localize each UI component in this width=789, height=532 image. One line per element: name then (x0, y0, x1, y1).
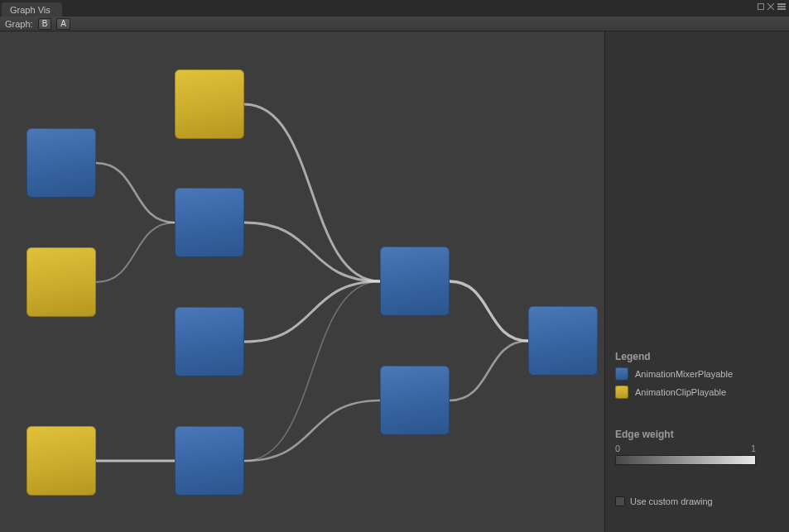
use-custom-drawing-row: Use custom drawing (615, 496, 713, 506)
edge-weight-legend: Edge weight 0 1 (615, 429, 756, 465)
legend-item-clip: AnimationClipPlayable (615, 386, 781, 399)
edge-weight-max: 1 (751, 443, 756, 453)
edge-weight-range: 0 1 (615, 443, 756, 453)
side-panel: Legend AnimationMixerPlayable AnimationC… (604, 31, 789, 532)
edge-weight-gradient (615, 455, 756, 465)
graph-select-a-button[interactable]: A (56, 18, 70, 30)
graph-label: Graph: (5, 19, 33, 29)
graph-node[interactable] (175, 188, 244, 257)
legend-swatch-blue (615, 367, 628, 381)
edge-weight-min: 0 (615, 443, 620, 453)
graph-node[interactable] (26, 128, 96, 198)
legend-label: AnimationClipPlayable (635, 387, 726, 397)
legend-label: AnimationMixerPlayable (635, 369, 733, 379)
tab-bar: Graph Vis (0, 0, 789, 17)
legend: Legend AnimationMixerPlayable AnimationC… (615, 351, 781, 404)
legend-swatch-yellow (615, 386, 628, 399)
graph-select-b-button[interactable]: B (38, 18, 52, 30)
tab-graph-vis[interactable]: Graph Vis (2, 2, 62, 17)
window-menu-icon[interactable] (776, 2, 787, 12)
legend-title: Legend (615, 351, 781, 362)
close-icon[interactable] (766, 2, 776, 12)
edge-weight-title: Edge weight (615, 429, 756, 440)
node-layer (0, 31, 604, 532)
use-custom-drawing-checkbox[interactable] (615, 496, 625, 506)
legend-item-mixer: AnimationMixerPlayable (615, 367, 781, 381)
window-maximize-icon[interactable] (756, 2, 766, 12)
graph-node[interactable] (175, 307, 244, 376)
toolbar: Graph: B A (0, 17, 789, 31)
graph-node[interactable] (175, 69, 244, 139)
graph-node[interactable] (175, 426, 244, 496)
graph-node[interactable] (380, 247, 450, 316)
graph-node[interactable] (26, 426, 96, 496)
use-custom-drawing-label: Use custom drawing (630, 496, 713, 506)
graph-canvas[interactable] (0, 31, 604, 532)
graph-node[interactable] (528, 306, 598, 376)
svg-rect-0 (758, 4, 764, 10)
graph-node[interactable] (26, 247, 96, 317)
window-controls (756, 0, 789, 15)
graph-node[interactable] (380, 366, 450, 435)
